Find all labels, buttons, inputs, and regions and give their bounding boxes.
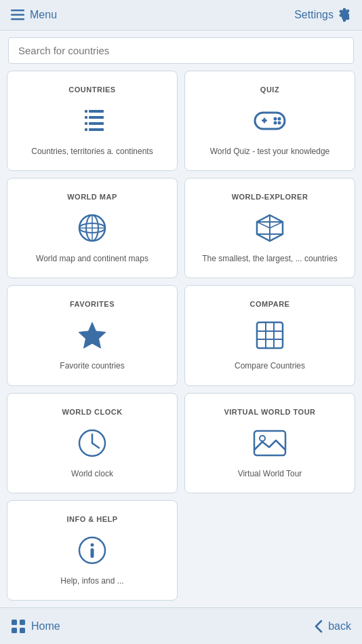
svg-point-16 <box>274 121 277 125</box>
svg-rect-44 <box>20 620 25 625</box>
grid-icon <box>252 318 287 353</box>
card-quiz-title: QUIZ <box>260 86 279 94</box>
search-input[interactable] <box>8 37 354 64</box>
card-compare-title: COMPARE <box>250 300 290 308</box>
card-world-map-title: WORLD MAP <box>67 193 117 201</box>
svg-point-41 <box>91 543 94 546</box>
svg-rect-43 <box>12 620 17 625</box>
svg-point-17 <box>278 121 281 125</box>
svg-line-28 <box>270 222 283 228</box>
cube-icon <box>252 210 287 246</box>
svg-rect-3 <box>85 110 87 113</box>
card-countries[interactable]: COUNTRIES Countries, territories a. cont… <box>7 71 178 171</box>
list-icon <box>75 103 110 138</box>
card-virtual-world-tour-desc: Virtual World Tour <box>238 469 302 478</box>
card-countries-desc: Countries, territories a. continents <box>31 147 153 156</box>
svg-point-14 <box>274 117 277 121</box>
card-info-help-title: INFO & HELP <box>66 515 117 523</box>
svg-rect-2 <box>11 18 24 20</box>
svg-rect-13 <box>264 118 266 124</box>
svg-rect-30 <box>257 322 283 348</box>
card-compare-desc: Compare Countries <box>235 361 305 371</box>
svg-rect-5 <box>85 116 87 119</box>
card-quiz[interactable]: QUIZ World Quiz - test your knowledge <box>184 71 355 171</box>
main-grid: COUNTRIES Countries, territories a. cont… <box>0 71 362 607</box>
image-icon <box>252 425 287 461</box>
svg-rect-8 <box>89 122 104 125</box>
svg-point-39 <box>260 436 265 441</box>
svg-rect-38 <box>254 431 285 455</box>
svg-rect-9 <box>85 128 87 131</box>
svg-rect-1 <box>11 14 24 16</box>
card-virtual-world-tour-title: VIRTUAL WORLD TOUR <box>224 408 315 416</box>
home-grid-icon <box>11 619 26 634</box>
svg-rect-0 <box>11 10 24 12</box>
back-button[interactable]: back <box>313 620 351 633</box>
star-icon <box>75 318 110 353</box>
settings-button[interactable]: Settings <box>294 8 351 22</box>
svg-line-37 <box>92 443 99 448</box>
hamburger-icon <box>11 10 24 20</box>
card-favorites[interactable]: FAVORITES Favorite countries <box>7 285 178 385</box>
card-compare[interactable]: COMPARE Compare Countries <box>184 285 355 385</box>
bottom-nav: Home back <box>0 607 362 644</box>
svg-rect-6 <box>89 116 104 119</box>
card-world-clock[interactable]: WORLD CLOCK World clock <box>7 393 178 493</box>
svg-line-27 <box>257 222 270 228</box>
card-world-map-desc: World map and continent maps <box>36 254 148 263</box>
card-world-explorer[interactable]: WORLD-EXPLORER The smallest, the largest… <box>184 178 355 278</box>
gear-icon <box>338 8 351 22</box>
svg-point-15 <box>278 117 281 121</box>
menu-button[interactable]: Menu <box>11 9 57 21</box>
header: Menu Settings <box>0 0 362 31</box>
card-world-explorer-desc: The smallest, the largest, ... countries <box>202 254 337 263</box>
card-world-map[interactable]: WORLD MAP World map and continent maps <box>7 178 178 278</box>
info-icon <box>75 533 110 568</box>
back-label: back <box>328 620 351 632</box>
gamepad-icon <box>252 103 287 138</box>
card-info-help[interactable]: INFO & HELP Help, infos and ... <box>7 500 178 601</box>
settings-label: Settings <box>294 9 334 21</box>
svg-rect-10 <box>89 128 104 131</box>
menu-label: Menu <box>30 9 57 21</box>
card-world-clock-desc: World clock <box>71 469 113 478</box>
clock-icon <box>75 425 110 461</box>
card-favorites-title: FAVORITES <box>70 300 115 308</box>
globe-icon <box>75 210 110 246</box>
card-favorites-desc: Favorite countries <box>60 361 124 371</box>
card-quiz-desc: World Quiz - test your knowledge <box>210 147 330 156</box>
svg-marker-29 <box>79 322 106 348</box>
card-virtual-world-tour[interactable]: VIRTUAL WORLD TOUR Virtual World Tour <box>184 393 355 493</box>
card-countries-title: COUNTRIES <box>68 86 115 94</box>
home-button[interactable]: Home <box>11 619 60 634</box>
svg-rect-42 <box>91 548 94 558</box>
svg-rect-46 <box>20 628 25 633</box>
home-label: Home <box>31 620 60 632</box>
card-info-help-desc: Help, infos and ... <box>60 576 123 586</box>
card-world-clock-title: WORLD CLOCK <box>62 408 122 416</box>
svg-rect-45 <box>12 628 17 633</box>
svg-rect-4 <box>89 110 104 113</box>
svg-rect-11 <box>255 113 285 129</box>
svg-rect-7 <box>85 122 87 125</box>
chevron-left-icon <box>313 620 324 633</box>
card-world-explorer-title: WORLD-EXPLORER <box>232 193 308 201</box>
